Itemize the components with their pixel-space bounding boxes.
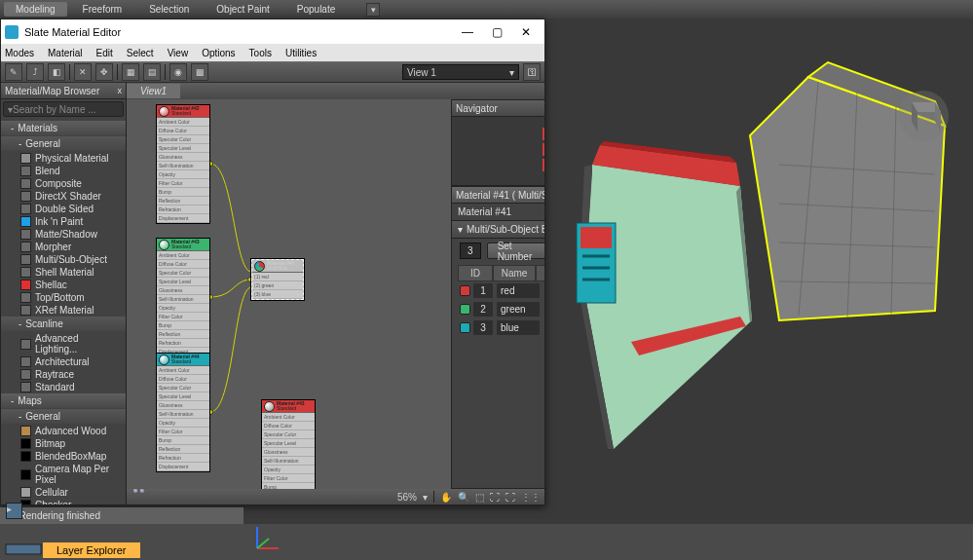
menu-edit[interactable]: Edit xyxy=(96,48,113,58)
name-input[interactable]: red xyxy=(497,283,540,298)
viewport-toggle[interactable]: ▸ xyxy=(6,503,22,519)
drag-swatch[interactable] xyxy=(460,322,470,333)
tree-item[interactable]: Advanced Lighting... xyxy=(1,332,126,355)
ribbon-tab-populate[interactable]: Populate xyxy=(285,2,347,17)
pan-icon[interactable]: ✋ xyxy=(440,492,452,503)
tree-item[interactable]: Multi/Sub-Object xyxy=(1,253,126,266)
bottom-bar: Layer Explorer xyxy=(0,524,973,560)
material-node[interactable]: Material #44StandardAmbient ColorDiffuse… xyxy=(156,353,210,472)
browser-tree[interactable]: - Materials- GeneralPhysical MaterialBle… xyxy=(1,119,126,504)
submaterial-button[interactable]: Material #44 ( Standard ) xyxy=(543,319,544,336)
tool-pick[interactable]: ✎ xyxy=(5,63,22,81)
tool-bg[interactable]: ▩ xyxy=(191,63,208,81)
tree-group[interactable]: - Scanline xyxy=(1,317,126,331)
window-titlebar[interactable]: Slate Material Editor — ▢ ✕ xyxy=(1,19,544,44)
tree-item[interactable]: DirectX Shader xyxy=(1,190,126,203)
tree-item[interactable]: Composite xyxy=(1,177,126,190)
id-input[interactable]: 3 xyxy=(473,320,493,335)
zoom-region-icon[interactable]: ⬚ xyxy=(475,492,484,503)
submaterial-button[interactable]: Material #43 ( Standard ) xyxy=(543,301,544,317)
tree-item[interactable]: Ink 'n Paint xyxy=(1,215,126,228)
rollup-header[interactable]: ▾Multi/Sub-Object Basic Parameters xyxy=(452,220,544,239)
tool-delete[interactable]: ✕ xyxy=(74,63,92,81)
name-input[interactable]: blue xyxy=(497,320,540,335)
drag-swatch[interactable] xyxy=(460,285,470,296)
ribbon-tab-selection[interactable]: Selection xyxy=(137,2,201,17)
col-id-header[interactable]: ID xyxy=(458,265,493,281)
submaterial-count-input[interactable]: 3 xyxy=(460,243,481,259)
binoculars-icon[interactable]: 👓 xyxy=(131,484,146,498)
multi-sub-node[interactable]: Material #41Multi/Sub...(1) red(2) green… xyxy=(251,259,304,300)
tree-item[interactable]: Shell Material xyxy=(1,266,126,279)
id-input[interactable]: 2 xyxy=(473,302,493,317)
close-button[interactable]: ✕ xyxy=(511,19,541,44)
tree-item[interactable]: Morpher xyxy=(1,241,126,253)
layer-explorer-tab[interactable]: Layer Explorer xyxy=(43,542,140,558)
ribbon-tab-object-paint[interactable]: Object Paint xyxy=(205,2,281,17)
menu-tools[interactable]: Tools xyxy=(249,48,272,58)
fit-icon[interactable]: ⛶ xyxy=(490,492,500,503)
material-node[interactable]: Material #43StandardAmbient ColorDiffuse… xyxy=(261,399,316,489)
name-input[interactable]: green xyxy=(497,302,540,317)
id-input[interactable]: 1 xyxy=(473,283,493,298)
tree-item[interactable]: Architectural xyxy=(1,355,126,368)
tree-group[interactable]: - General xyxy=(1,136,126,151)
material-node[interactable]: Material #43StandardAmbient ColorDiffuse… xyxy=(156,238,210,357)
submaterial-button[interactable]: Material #42 ( Standard ) xyxy=(543,282,544,299)
drag-swatch[interactable] xyxy=(460,304,470,315)
tree-item[interactable]: Cellular xyxy=(1,486,126,499)
tree-item[interactable]: Top/Bottom xyxy=(1,291,126,304)
tree-item[interactable]: Standard xyxy=(1,381,126,393)
minimize-button[interactable]: — xyxy=(453,19,482,44)
set-number-button[interactable]: Set Number xyxy=(487,243,544,259)
menu-options[interactable]: Options xyxy=(202,48,235,58)
col-name-header[interactable]: Name xyxy=(493,265,536,281)
tree-item[interactable]: BlendedBoxMap xyxy=(1,450,126,463)
view-combo[interactable]: View 1▾ xyxy=(402,64,519,80)
node-graph[interactable]: Navigatorx Material #41 ( Multi/Sub-Obje… xyxy=(127,99,544,489)
menu-material[interactable]: Material xyxy=(48,48,83,58)
col-sub-header[interactable]: Sub-Material xyxy=(536,265,544,281)
browser-close-icon[interactable]: x xyxy=(118,86,123,95)
maximize-button[interactable]: ▢ xyxy=(482,19,511,44)
search-input[interactable]: ▾ Search by Name ... xyxy=(3,101,124,117)
browser-header[interactable]: Material/Map Browserx xyxy=(1,83,126,99)
navigator-view[interactable] xyxy=(452,117,544,185)
tree-group[interactable]: - Materials xyxy=(1,121,126,135)
svg-rect-31 xyxy=(6,544,41,554)
tree-item[interactable]: Shellac xyxy=(1,279,126,291)
fit-all-icon[interactable]: ⛶ xyxy=(505,492,515,503)
tree-group[interactable]: - Maps xyxy=(1,393,126,408)
tool-lock[interactable]: ⚿ xyxy=(523,63,541,81)
tree-item[interactable]: Bitmap xyxy=(1,437,126,450)
ribbon-tab-freeform[interactable]: Freeform xyxy=(71,2,134,17)
tree-item[interactable]: Raytrace xyxy=(1,368,126,381)
tree-item[interactable]: Double Sided xyxy=(1,203,126,215)
tree-item[interactable]: Physical Material xyxy=(1,152,126,165)
tool-move[interactable]: ✥ xyxy=(95,63,113,81)
tree-item[interactable]: XRef Material xyxy=(1,304,126,317)
tree-item[interactable]: Blend xyxy=(1,165,126,177)
tool-layout2[interactable]: ▤ xyxy=(143,63,161,81)
navigator-header[interactable]: Navigatorx xyxy=(452,100,544,117)
tree-item[interactable]: Matte/Shadow xyxy=(1,228,126,241)
menu-utilities[interactable]: Utilities xyxy=(285,48,317,58)
ribbon-expand-icon[interactable]: ▾ xyxy=(366,3,380,17)
ribbon-tab-modeling[interactable]: Modeling xyxy=(4,2,67,17)
arrange-icon[interactable]: ⋮⋮ xyxy=(521,492,541,503)
tree-item[interactable]: Advanced Wood xyxy=(1,425,126,437)
tool-show[interactable]: ◉ xyxy=(169,63,187,81)
zoom-icon[interactable]: 🔍 xyxy=(458,492,469,503)
view-tab-1[interactable]: View1 xyxy=(127,84,180,98)
tool-eyedrop[interactable]: ⤴ xyxy=(26,63,44,81)
svg-rect-26 xyxy=(543,143,544,156)
tool-layout[interactable]: ▦ xyxy=(122,63,139,81)
tree-group[interactable]: - General xyxy=(1,409,126,424)
menu-view[interactable]: View xyxy=(168,48,189,58)
menu-select[interactable]: Select xyxy=(127,48,154,58)
tool-assign[interactable]: ◧ xyxy=(48,63,65,81)
menu-modes[interactable]: Modes xyxy=(5,48,34,58)
param-header[interactable]: Material #41 ( Multi/Sub-Object )x xyxy=(452,187,544,204)
tree-item[interactable]: Camera Map Per Pixel xyxy=(1,463,126,486)
material-node[interactable]: Material #42StandardAmbient ColorDiffuse… xyxy=(156,104,210,224)
